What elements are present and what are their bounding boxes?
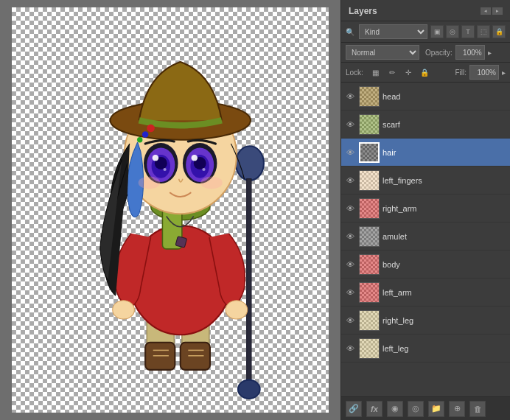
layer-item[interactable]: 👁scarf: [341, 111, 510, 139]
blend-mode-select[interactable]: Normal: [346, 45, 419, 60]
layer-thumbnail: [359, 198, 380, 219]
mask-button[interactable]: ◉: [387, 401, 403, 417]
layer-name: left_fingers: [382, 176, 507, 185]
layer-item[interactable]: 👁right_arm: [341, 195, 510, 223]
svg-point-33: [202, 168, 205, 171]
layer-name: scarf: [382, 120, 507, 129]
layer-thumbnail: [359, 282, 380, 303]
delete-layer-button[interactable]: 🗑: [469, 401, 486, 417]
fx-button[interactable]: fx: [366, 401, 382, 417]
blend-row: Normal Opacity: ▸: [341, 43, 510, 63]
opacity-arrow-icon: ▸: [488, 49, 492, 57]
layer-visibility-toggle[interactable]: 👁: [344, 343, 356, 354]
lock-row: Lock: ▦ ✏ ✛ 🔒 Fill: ▸: [341, 63, 510, 83]
svg-rect-16: [175, 237, 187, 248]
svg-point-19: [147, 125, 155, 133]
layer-visibility-toggle[interactable]: 👁: [344, 147, 356, 158]
svg-point-26: [153, 155, 158, 161]
layer-name: left_arm: [382, 288, 507, 297]
panel-header: Layers ◂ ▸: [341, 0, 510, 21]
filter-pixel-icon[interactable]: ▣: [430, 25, 444, 38]
svg-point-27: [163, 168, 166, 171]
panel-expand-button[interactable]: ▸: [492, 7, 503, 15]
lock-all-icon[interactable]: 🔒: [418, 66, 431, 79]
svg-point-15: [226, 301, 248, 319]
adjustment-button[interactable]: ◎: [408, 401, 424, 417]
canvas-area: [0, 0, 340, 420]
layer-thumbnail: [359, 114, 380, 135]
new-layer-button[interactable]: ⊕: [449, 401, 465, 417]
layer-thumbnail: [359, 86, 380, 107]
fill-arrow-icon: ▸: [502, 69, 506, 77]
layer-visibility-toggle[interactable]: 👁: [344, 175, 356, 186]
fill-input[interactable]: [469, 65, 499, 80]
fill-label: Fill:: [455, 69, 467, 77]
svg-rect-1: [247, 179, 251, 382]
layer-thumbnail: [359, 338, 380, 359]
layer-thumbnail: [359, 254, 380, 275]
layer-thumbnail: [359, 310, 380, 331]
layer-visibility-toggle[interactable]: 👁: [344, 119, 356, 130]
group-button[interactable]: 📁: [428, 401, 444, 417]
panel-collapse-button[interactable]: ◂: [481, 7, 491, 15]
lock-brush-icon[interactable]: ✏: [385, 66, 399, 79]
layer-visibility-toggle[interactable]: 👁: [344, 259, 356, 270]
layer-name: left_leg: [382, 344, 507, 353]
filter-type-icon[interactable]: T: [461, 25, 475, 38]
panel-controls: ◂ ▸: [481, 7, 503, 15]
layer-visibility-toggle[interactable]: 👁: [344, 315, 356, 326]
layer-thumbnail: [359, 170, 380, 191]
layer-thumbnail: [359, 226, 380, 247]
layers-list[interactable]: 👁head👁scarf👁hair👁left_fingers👁right_arm👁…: [341, 83, 510, 396]
layer-item[interactable]: 👁left_arm: [341, 279, 510, 307]
filter-icons: ▣ ◎ T ⬚ 🔒: [430, 25, 506, 38]
svg-point-32: [192, 155, 198, 161]
svg-point-2: [238, 380, 260, 399]
svg-point-35: [200, 177, 223, 189]
svg-point-0: [236, 146, 264, 181]
opacity-input[interactable]: [455, 45, 485, 60]
svg-point-20: [142, 131, 148, 137]
lock-move-icon[interactable]: ✛: [402, 66, 415, 79]
layer-name: amulet: [382, 232, 507, 241]
layer-item[interactable]: 👁body: [341, 251, 510, 279]
opacity-label: Opacity:: [425, 49, 453, 57]
link-button[interactable]: 🔗: [346, 401, 362, 417]
layer-name: head: [382, 92, 507, 101]
layer-item[interactable]: 👁hair: [341, 139, 510, 167]
layers-toolbar: 🔗 fx ◉ ◎ 📁 ⊕ 🗑: [341, 396, 510, 420]
layer-thumbnail: [359, 142, 380, 163]
svg-point-14: [113, 301, 135, 319]
layer-item[interactable]: 👁amulet: [341, 223, 510, 251]
canvas-checkered: [12, 7, 329, 413]
lock-label: Lock:: [346, 69, 363, 77]
filter-row: 🔍 Kind ▣ ◎ T ⬚ 🔒: [341, 21, 510, 43]
panel-title: Layers: [349, 6, 377, 16]
layer-visibility-toggle[interactable]: 👁: [344, 231, 356, 242]
layer-name: right_arm: [382, 204, 507, 213]
svg-point-21: [137, 137, 142, 142]
filter-shape-icon[interactable]: ⬚: [477, 25, 490, 38]
filter-smartobj-icon[interactable]: 🔒: [492, 25, 506, 38]
layer-visibility-toggle[interactable]: 👁: [344, 287, 356, 298]
layer-visibility-toggle[interactable]: 👁: [344, 91, 356, 102]
layer-name: right_leg: [382, 316, 507, 325]
layer-visibility-toggle[interactable]: 👁: [344, 203, 356, 214]
layer-name: hair: [382, 148, 507, 157]
layer-item[interactable]: 👁left_leg: [341, 335, 510, 363]
layer-item[interactable]: 👁right_leg: [341, 307, 510, 335]
search-icon: 🔍: [346, 28, 354, 36]
character-artwork: [12, 7, 329, 413]
layer-item[interactable]: 👁head: [341, 83, 510, 111]
filter-adjust-icon[interactable]: ◎: [446, 25, 459, 38]
lock-checkerboard-icon[interactable]: ▦: [369, 66, 382, 79]
kind-select[interactable]: Kind: [359, 24, 427, 39]
svg-point-34: [139, 177, 161, 189]
layer-name: body: [382, 260, 507, 269]
layers-panel: Layers ◂ ▸ 🔍 Kind ▣ ◎ T ⬚ 🔒 Normal Opaci…: [340, 0, 510, 420]
layer-item[interactable]: 👁left_fingers: [341, 167, 510, 195]
